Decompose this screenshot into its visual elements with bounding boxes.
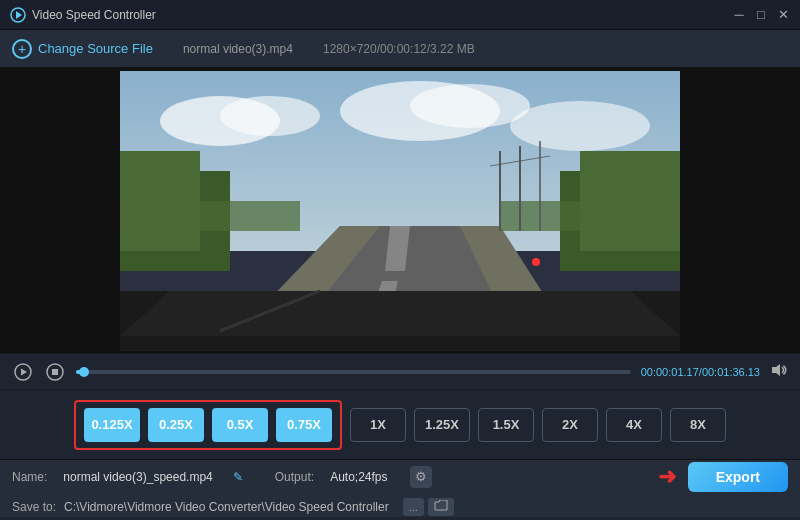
maximize-button[interactable]: □ <box>754 8 768 22</box>
progress-thumb[interactable] <box>79 367 89 377</box>
add-source-label: Change Source File <box>38 41 153 56</box>
video-area <box>0 68 800 353</box>
speed-group-slow: 0.125X 0.25X 0.5X 0.75X <box>74 400 342 450</box>
playback-bar: 00:00:01.17/00:01:36.13 <box>0 353 800 389</box>
speed-btn-8[interactable]: 8X <box>670 408 726 442</box>
path-more-button[interactable]: ... <box>403 498 424 516</box>
minimize-button[interactable]: ─ <box>732 8 746 22</box>
title-bar: Video Speed Controller ─ □ ✕ <box>0 0 800 30</box>
file-name: normal video(3).mp4 <box>183 42 293 56</box>
volume-icon[interactable] <box>770 361 788 382</box>
time-total: 00:01:36.13 <box>702 366 760 378</box>
speed-btn-4[interactable]: 4X <box>606 408 662 442</box>
window-controls: ─ □ ✕ <box>732 8 790 22</box>
speed-btn-2[interactable]: 2X <box>542 408 598 442</box>
svg-rect-17 <box>120 201 300 231</box>
play-button[interactable] <box>12 361 34 383</box>
svg-point-4 <box>220 96 320 136</box>
name-value: normal video(3)_speed.mp4 <box>63 470 212 484</box>
export-label: Export <box>716 469 760 485</box>
speed-btn-0125[interactable]: 0.125X <box>84 408 140 442</box>
speed-area: 0.125X 0.25X 0.5X 0.75X 1X 1.25X 1.5X 2X… <box>0 389 800 459</box>
output-value: Auto;24fps <box>330 470 387 484</box>
svg-marker-24 <box>120 291 680 336</box>
close-button[interactable]: ✕ <box>776 8 790 22</box>
arrow-icon: ➜ <box>658 464 676 490</box>
speed-btn-075[interactable]: 0.75X <box>276 408 332 442</box>
svg-marker-30 <box>772 364 780 376</box>
speed-group-fast: 1X 1.25X 1.5X 2X 4X 8X <box>350 402 726 448</box>
path-actions: ... <box>403 498 454 516</box>
svg-marker-27 <box>21 368 27 375</box>
video-canvas <box>120 71 680 351</box>
speed-btn-025[interactable]: 0.25X <box>148 408 204 442</box>
svg-rect-18 <box>500 201 680 231</box>
bottom-bottom-row: Save to: C:\Vidmore\Vidmore Video Conver… <box>12 498 788 516</box>
speed-btn-1[interactable]: 1X <box>350 408 406 442</box>
save-path: C:\Vidmore\Vidmore Video Converter\Video… <box>64 500 389 514</box>
file-details: 1280×720/00:00:12/3.22 MB <box>323 42 475 56</box>
name-label: Name: <box>12 470 47 484</box>
time-current: 00:00:01.17 <box>641 366 699 378</box>
svg-point-7 <box>510 101 650 151</box>
export-button[interactable]: ➜ Export <box>688 462 788 492</box>
path-folder-button[interactable] <box>428 498 454 516</box>
add-source-button[interactable]: + Change Source File <box>12 39 153 59</box>
speed-btn-125[interactable]: 1.25X <box>414 408 470 442</box>
app-icon <box>10 7 26 23</box>
stop-button[interactable] <box>44 361 66 383</box>
svg-rect-29 <box>52 369 58 375</box>
speed-btn-05[interactable]: 0.5X <box>212 408 268 442</box>
speed-btn-15[interactable]: 1.5X <box>478 408 534 442</box>
edit-icon[interactable]: ✎ <box>233 470 243 484</box>
bottom-bar: Name: normal video(3)_speed.mp4 ✎ Output… <box>0 459 800 517</box>
svg-marker-1 <box>16 11 22 19</box>
time-display: 00:00:01.17/00:01:36.13 <box>641 366 760 378</box>
progress-track[interactable] <box>76 370 631 374</box>
app-title: Video Speed Controller <box>32 8 732 22</box>
plus-icon: + <box>12 39 32 59</box>
save-label: Save to: <box>12 500 56 514</box>
output-label: Output: <box>275 470 314 484</box>
toolbar: + Change Source File normal video(3).mp4… <box>0 30 800 68</box>
bottom-top-row: Name: normal video(3)_speed.mp4 ✎ Output… <box>12 462 788 492</box>
gear-button[interactable]: ⚙ <box>410 466 432 488</box>
